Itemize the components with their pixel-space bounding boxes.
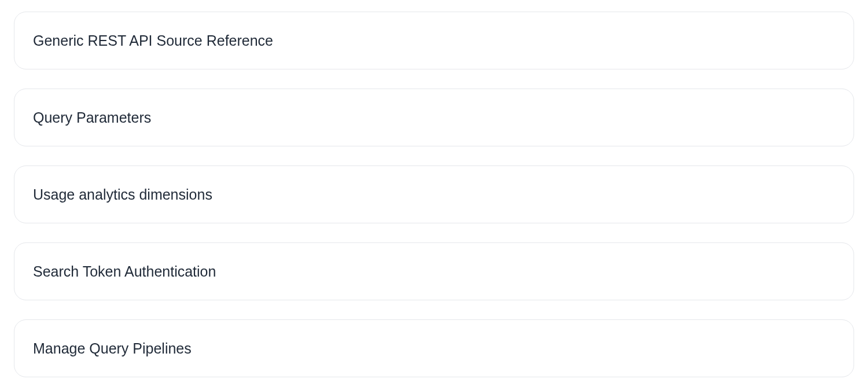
- list-item[interactable]: Query Parameters: [14, 89, 854, 146]
- list-item[interactable]: Search Token Authentication: [14, 242, 854, 300]
- documentation-link-list: Generic REST API Source Reference Query …: [14, 12, 854, 377]
- list-item-label: Search Token Authentication: [33, 263, 216, 279]
- list-item-label: Manage Query Pipelines: [33, 340, 192, 356]
- list-item[interactable]: Usage analytics dimensions: [14, 165, 854, 223]
- list-item[interactable]: Manage Query Pipelines: [14, 319, 854, 377]
- list-item-label: Query Parameters: [33, 109, 151, 126]
- list-item-label: Usage analytics dimensions: [33, 186, 212, 203]
- list-item[interactable]: Generic REST API Source Reference: [14, 12, 854, 69]
- list-item-label: Generic REST API Source Reference: [33, 32, 273, 49]
